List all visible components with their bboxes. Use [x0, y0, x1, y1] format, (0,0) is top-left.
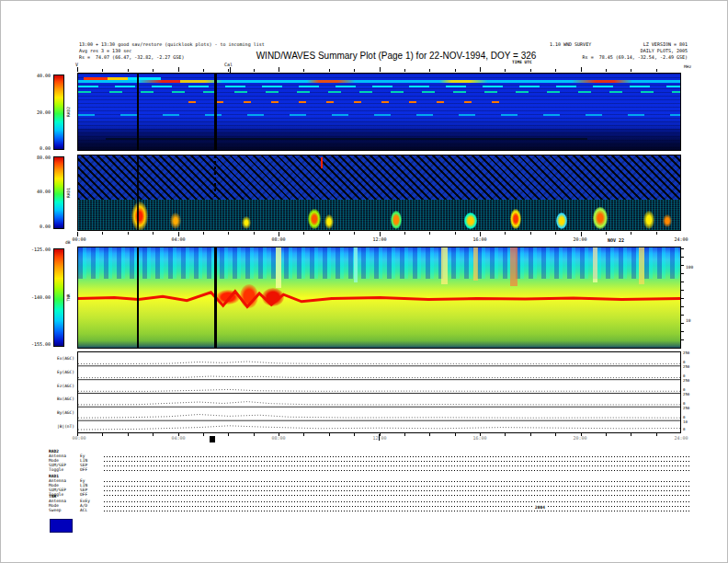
dotted-leader — [104, 506, 690, 507]
rad2-colorbar — [53, 75, 64, 150]
event-marker-square — [210, 436, 215, 442]
tnr-cbar-tick-mid: -140.00 — [21, 294, 51, 300]
db-unit-label: dB — [65, 240, 70, 245]
rad1-burst — [556, 213, 567, 229]
rad1-cbar-tick-top: 80.00 — [25, 155, 51, 160]
footer-value: OFF — [80, 492, 104, 497]
noon-tick-marker — [379, 434, 380, 441]
waves-summary-plot-page: 13:00 + 13:30 good sav/restore (quickloo… — [0, 0, 728, 563]
rad2-streak — [78, 80, 680, 83]
version-label: 1.10 WND SURVEY — [550, 41, 591, 47]
dotted-leader — [104, 486, 690, 487]
tnr-right-tick-100: 100 — [686, 265, 693, 270]
dotted-leader — [104, 490, 690, 491]
rad1-panel-label: RAD1 — [66, 175, 71, 212]
mid-axis-tick: 16:00 — [468, 236, 492, 242]
rad1-burst — [170, 213, 181, 229]
rad1-cal-line-1 — [137, 155, 139, 230]
rad1-cal-line-2 — [214, 155, 216, 200]
dotted-leader — [104, 501, 690, 502]
rad1-burst — [464, 213, 477, 229]
sweep-annotation: 2004 — [534, 505, 546, 510]
bottom-axis-tick: 04:00 — [166, 435, 190, 441]
rad1-burst — [324, 214, 334, 229]
strip-rtick: 250 — [683, 393, 689, 397]
rad1-spectrogram — [77, 155, 681, 231]
tnr-panel-label: TNR — [66, 280, 71, 316]
rad2-cbar-tick-top: 40.00 — [25, 73, 51, 78]
strip-label-bx: Bx(AGC) — [38, 396, 74, 401]
rad1-cbar-tick-mid: 40.00 — [25, 189, 51, 194]
mid-axis-tick: 12:00 — [368, 236, 392, 242]
rad2-cal-line-2 — [214, 74, 217, 150]
bottom-axis-tick: 20:00 — [568, 435, 592, 441]
strip-rtick: 0 — [683, 428, 685, 432]
field-strips-box — [77, 351, 681, 433]
rad1-burst-region — [78, 200, 680, 231]
dotted-leader — [104, 456, 690, 457]
dotted-leader — [104, 461, 690, 462]
bottom-axis-tick: 24:00 — [669, 435, 693, 441]
rad2-cbar-tick-mid: 20.00 — [25, 109, 51, 115]
rad2-streak — [78, 91, 680, 93]
tnr-right-tick-10: 10 — [686, 318, 690, 323]
bottom-axis-tick: 00:00 — [67, 435, 91, 441]
dotted-leader — [104, 511, 690, 511]
rad1-burst — [242, 216, 251, 229]
footer-value: ACL — [80, 508, 104, 512]
rad2-dark-row — [106, 138, 587, 140]
strip-rtick: 10 — [683, 420, 688, 425]
mid-axis-tick: 00:00 — [67, 236, 91, 242]
bottom-axis-tick: 16:00 — [468, 435, 492, 441]
field-strips-traces — [78, 352, 681, 433]
mid-axis-tick: 08:00 — [267, 236, 290, 242]
dotted-leader — [104, 495, 690, 496]
lz-version-label: LZ VERSION = 801 — [612, 41, 688, 47]
tnr-right-axis-ticks — [681, 248, 684, 347]
strip-rtick: 250 — [683, 379, 689, 384]
tnr-plasma-line — [78, 247, 681, 349]
rad2-panel-label: RAD2 — [66, 94, 71, 131]
mid-axis-tick: 04:00 — [166, 236, 190, 242]
footer-label: Sweep — [49, 508, 80, 512]
rad2-streak — [188, 101, 519, 103]
strip-label-ex: Ex(AGC) — [38, 356, 74, 361]
tnr-cbar-tick-top: -125.00 — [21, 247, 51, 252]
tnr-cbar-tick-bottom: -155.00 — [21, 341, 51, 347]
bottom-axis-tick: 12:00 — [368, 435, 392, 441]
date-label: NOV 22 — [608, 237, 624, 243]
mid-axis-tick: 24:00 — [669, 236, 693, 242]
legend-color-swatch — [50, 519, 73, 533]
strip-label-b: |B|(nT) — [38, 424, 74, 429]
footer-value: OFF — [80, 467, 104, 472]
tnr-colorbar — [53, 248, 64, 347]
processing-info-line1: 13:00 + 13:30 good sav/restore (quickloo… — [79, 41, 265, 47]
tnr-cal-line-2 — [214, 247, 217, 348]
dotted-leader — [104, 465, 690, 466]
rad2-streak — [78, 86, 680, 87]
strip-label-ey: Ey(AGC) — [38, 370, 74, 374]
tnr-spectrogram — [77, 247, 681, 349]
rad1-burst — [663, 214, 672, 227]
bottom-axis-tick: 08:00 — [267, 435, 290, 441]
rad1-burst — [131, 201, 148, 231]
strip-rtick: 250 — [683, 365, 689, 370]
dotted-leader — [104, 481, 690, 482]
strip-rtick: 250 — [683, 407, 689, 411]
rad1-red-tick — [321, 157, 323, 168]
rad1-cbar-tick-bottom: 0.00 — [25, 224, 51, 229]
rad2-spectrogram — [77, 73, 681, 151]
mhz-unit-label: MHz — [684, 64, 691, 69]
rad2-streak — [78, 114, 680, 116]
rad1-hatch-region — [78, 155, 680, 200]
top-axis-major-ticks — [77, 67, 681, 72]
rad1-burst — [510, 209, 521, 229]
rad1-burst — [643, 211, 654, 229]
strip-rtick: 250 — [683, 351, 689, 356]
page-title: WIND/WAVES Summary Plot (Page 1) for 22-… — [77, 51, 715, 61]
rad2-dark-band — [78, 129, 680, 151]
rad2-cbar-tick-bottom: 0.00 — [25, 145, 51, 151]
strip-label-by: By(AGC) — [38, 410, 74, 415]
rad1-colorbar — [53, 156, 64, 229]
time-axis-title: TIME UTC — [512, 60, 532, 64]
